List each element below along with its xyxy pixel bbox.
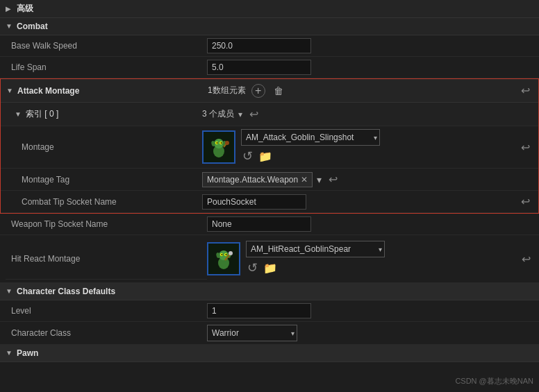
character-class-dropdown[interactable]: Warrior Mage Rogue [207, 325, 297, 341]
sub-index-right: 3 个成员 ▾ ↩ [202, 106, 261, 122]
hit-react-montage-value: AM_HitReact_GoblinSpear ▾ ↺ 📁 ↩ [207, 241, 533, 277]
character-class-row: Character Class Warrior Mage Rogue ▾ [0, 322, 539, 345]
montage-tag-dropdown-button[interactable]: ▾ [317, 174, 322, 185]
montage-tag-label: Montage Tag [22, 175, 202, 185]
svg-point-5 [221, 142, 222, 144]
montage-row: Montage [1, 126, 538, 169]
level-value [207, 303, 533, 318]
life-span-row: Life Span [0, 57, 539, 78]
sub-index-left: ▼ 索引 [ 0 ] [15, 108, 202, 120]
character-class-label: Character Class [6, 328, 207, 338]
attack-montage-header: ▼ Attack Montage 1数组元素 + 🗑 ↩ [1, 79, 538, 103]
attack-montage-chevron-icon: ▼ [6, 87, 15, 95]
goblin-sprite-icon [206, 135, 231, 160]
weapon-tip-socket-row: Weapon Tip Socket Name [0, 214, 539, 235]
attack-montage-header-left: ▼ Attack Montage [6, 86, 208, 96]
svg-point-9 [225, 141, 229, 145]
character-class-value: Warrior Mage Rogue ▾ [207, 325, 533, 341]
advanced-row: ▶ 高级 [0, 0, 539, 18]
character-class-dropdown-wrapper: Warrior Mage Rogue ▾ [207, 325, 297, 341]
member-count: 3 个成员 [202, 108, 234, 120]
combat-tip-socket-value: ↩ [202, 194, 533, 210]
sub-index-dropdown-button[interactable]: ▾ [238, 110, 242, 119]
hit-react-value-col: AM_HitReact_GoblinSpear ▾ ↺ 📁 [246, 241, 385, 277]
montage-action-icons: ↺ 📁 [241, 147, 380, 165]
montage-tag-reset-button[interactable]: ↩ [326, 171, 340, 187]
montage-reload-button[interactable]: ↺ [241, 147, 254, 165]
hit-react-montage-label: Hit React Montage [6, 238, 207, 280]
svg-point-1 [214, 139, 224, 148]
weapon-tip-socket-value [207, 216, 533, 232]
pawn-chevron-icon: ▼ [6, 349, 14, 357]
pawn-section-label: Pawn [17, 348, 38, 358]
attack-montage-label: Attack Montage [17, 86, 79, 96]
svg-point-14 [222, 254, 223, 255]
combat-section-header[interactable]: ▼ Combat [0, 18, 539, 35]
sub-index-reset-button[interactable]: ↩ [247, 106, 261, 122]
advanced-chevron-icon: ▶ [6, 5, 14, 13]
level-input[interactable] [207, 303, 311, 318]
attack-montage-reset-button[interactable]: ↩ [518, 83, 533, 99]
watermark: CSDN @暮志未晚NAN [455, 376, 533, 386]
hit-react-goblin-sprite-icon [211, 246, 236, 271]
montage-tag-value: Montage.Attack.Weapon ✕ ▾ ↩ [202, 171, 340, 187]
svg-point-4 [217, 142, 218, 144]
weapon-tip-socket-input[interactable] [207, 216, 311, 232]
combat-tip-socket-label: Combat Tip Socket Name [22, 197, 202, 207]
hit-react-browse-button[interactable]: 📁 [262, 260, 279, 276]
montage-value: AM_Attack_Goblin_Slingshot ▾ ↺ 📁 ↩ [202, 129, 533, 165]
montage-dropdown-wrapper: AM_Attack_Goblin_Slingshot ▾ [241, 129, 380, 146]
weapon-tip-socket-label: Weapon Tip Socket Name [6, 219, 207, 229]
base-walk-speed-input[interactable] [207, 38, 311, 53]
combat-tip-socket-reset-button[interactable]: ↩ [518, 194, 533, 210]
montage-reset-button[interactable]: ↩ [518, 139, 533, 155]
base-walk-speed-label: Base Walk Speed [6, 41, 207, 51]
hit-react-action-icons: ↺ 📁 [246, 259, 385, 277]
montage-tag-badge: Montage.Attack.Weapon ✕ [202, 172, 313, 187]
attack-montage-header-right: 1数组元素 + 🗑 ↩ [208, 83, 533, 99]
hit-react-reload-button[interactable]: ↺ [246, 259, 259, 277]
add-element-button[interactable]: + [251, 84, 265, 98]
montage-tag-text: Montage.Attack.Weapon [207, 175, 298, 185]
life-span-input[interactable] [207, 60, 311, 75]
combat-tip-socket-input[interactable] [202, 194, 306, 210]
montage-tag-row: Montage Tag Montage.Attack.Weapon ✕ ▾ ↩ [1, 169, 538, 191]
tag-close-icon[interactable]: ✕ [301, 175, 308, 185]
life-span-value [207, 60, 533, 75]
char-class-chevron-icon: ▼ [6, 287, 14, 296]
base-walk-speed-value [207, 38, 533, 53]
hit-react-dropdown[interactable]: AM_HitReact_GoblinSpear [246, 241, 385, 257]
hit-react-thumbnail [207, 242, 240, 275]
sub-index-label: 索引 [ 0 ] [26, 108, 58, 120]
montage-label: Montage [22, 142, 202, 152]
montage-browse-button[interactable]: 📁 [257, 148, 274, 164]
pawn-section-header[interactable]: ▼ Pawn [0, 345, 539, 362]
hit-react-reset-button[interactable]: ↩ [519, 251, 533, 267]
advanced-label: 高级 [17, 3, 33, 15]
sub-index-chevron-icon: ▼ [15, 110, 23, 119]
element-count: 1数组元素 [208, 85, 246, 96]
char-class-section-label: Character Class Defaults [17, 287, 115, 296]
char-class-defaults-header[interactable]: ▼ Character Class Defaults [0, 283, 539, 300]
hit-react-dropdown-wrapper: AM_HitReact_GoblinSpear ▾ [246, 241, 385, 257]
montage-dropdown[interactable]: AM_Attack_Goblin_Slingshot [241, 129, 380, 146]
base-walk-speed-row: Base Walk Speed [0, 35, 539, 57]
sub-index-header: ▼ 索引 [ 0 ] 3 个成员 ▾ ↩ [1, 103, 538, 126]
montage-value-col: AM_Attack_Goblin_Slingshot ▾ ↺ 📁 [241, 129, 380, 165]
life-span-label: Life Span [6, 62, 207, 72]
attack-montage-section: ▼ Attack Montage 1数组元素 + 🗑 ↩ ▼ 索引 [ 0 ] … [0, 78, 539, 214]
level-label: Level [6, 306, 207, 316]
svg-point-15 [226, 254, 227, 255]
hit-react-montage-row: Hit React Montage [0, 235, 539, 283]
combat-section-label: Combat [17, 22, 48, 31]
svg-point-19 [229, 251, 233, 255]
montage-thumbnail [202, 130, 235, 164]
combat-tip-socket-row: Combat Tip Socket Name ↩ [1, 191, 538, 213]
level-row: Level [0, 300, 539, 322]
delete-element-button[interactable]: 🗑 [271, 84, 286, 98]
combat-chevron-icon: ▼ [6, 22, 14, 31]
